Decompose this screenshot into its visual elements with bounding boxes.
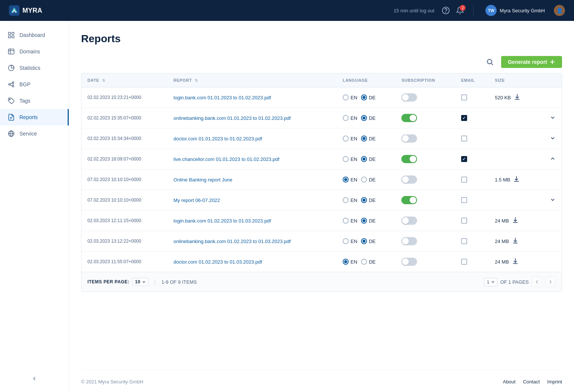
- report-link[interactable]: doctor.com 01.01.2023 to 01.02.2023.pdf: [173, 136, 262, 141]
- email-checkbox[interactable]: [461, 259, 467, 265]
- expand-button[interactable]: [550, 136, 556, 142]
- report-link[interactable]: login.bank.com 01.01.2023 to 01.02.2023.…: [173, 95, 271, 100]
- radio-circle-de: [361, 156, 367, 162]
- download-button[interactable]: [513, 175, 520, 184]
- sidebar-collapse-button[interactable]: [0, 371, 69, 386]
- subscription-toggle[interactable]: [401, 175, 417, 184]
- email-checkbox[interactable]: [461, 94, 467, 100]
- sidebar-item-statistics[interactable]: Statistics: [0, 60, 69, 76]
- email-checkbox[interactable]: [461, 156, 467, 162]
- radio-en[interactable]: EN: [343, 94, 357, 100]
- col-report[interactable]: REPORT ⇅: [167, 74, 337, 87]
- subscription-toggle[interactable]: [401, 196, 417, 204]
- cell-report: onlinebanking.bank.com 01.02.2023 to 01.…: [167, 231, 337, 252]
- size-value: 24 MB: [495, 218, 509, 224]
- notifications-button[interactable]: 2: [456, 6, 464, 15]
- email-checkbox[interactable]: [461, 238, 467, 244]
- user-photo-avatar[interactable]: 👤: [554, 5, 565, 16]
- report-link[interactable]: doctor.com 01.02.2023 to 01.03.2023.pdf: [173, 259, 262, 265]
- report-link[interactable]: onlinebanking.bank.com 01.02.2023 to 01.…: [173, 239, 291, 244]
- email-checkbox[interactable]: [461, 136, 467, 141]
- subscription-toggle[interactable]: [401, 114, 417, 122]
- logo[interactable]: MYRA: [9, 5, 42, 16]
- report-link[interactable]: live.chancellor.com 01.01.2023 to 01.02.…: [173, 156, 279, 162]
- cell-email: [455, 149, 489, 169]
- expand-button[interactable]: [550, 198, 556, 204]
- email-checkbox[interactable]: [461, 197, 467, 203]
- subscription-toggle[interactable]: [401, 134, 417, 143]
- report-link[interactable]: login.bank.com 01.02.2023 to 01.03.2023.…: [173, 218, 271, 224]
- sidebar-label-tags: Tags: [19, 98, 31, 104]
- page-prev-button[interactable]: [532, 277, 542, 287]
- per-page-selector[interactable]: 10: [132, 278, 148, 286]
- radio-circle-de: [361, 136, 367, 141]
- table-row: 02.02.2023 18:09:07+0000live.chancellor.…: [81, 149, 562, 169]
- email-checkbox[interactable]: [461, 177, 467, 183]
- report-link[interactable]: My report 06-07.2022: [173, 197, 220, 203]
- expand-button[interactable]: [550, 116, 556, 122]
- download-button[interactable]: [512, 258, 519, 266]
- page-selector[interactable]: 1: [484, 278, 497, 286]
- cell-action: [538, 108, 562, 128]
- radio-en[interactable]: EN: [343, 177, 357, 183]
- email-checkbox[interactable]: [461, 115, 467, 121]
- radio-en[interactable]: EN: [343, 259, 357, 265]
- sidebar-label-service: Service: [19, 131, 37, 137]
- sort-report-icon: ⇅: [195, 78, 198, 83]
- cell-date: 02.03.2023 12:11:15+0000: [81, 211, 167, 231]
- radio-de[interactable]: DE: [361, 218, 376, 224]
- generate-report-button[interactable]: Generate report: [501, 56, 562, 68]
- search-button[interactable]: [483, 55, 497, 69]
- cell-action: [538, 149, 562, 169]
- radio-de[interactable]: DE: [361, 156, 376, 162]
- cell-size: 24 MB: [489, 231, 538, 251]
- sidebar-label-domains: Domains: [19, 49, 40, 55]
- download-button[interactable]: [512, 217, 519, 225]
- help-button[interactable]: [442, 6, 450, 15]
- subscription-toggle[interactable]: [401, 155, 417, 163]
- subscription-toggle[interactable]: [401, 237, 417, 245]
- radio-de[interactable]: DE: [361, 197, 376, 203]
- report-link[interactable]: Online Banking report June: [173, 177, 232, 183]
- cell-date: 07.02.2023 10:10:10+0000: [81, 169, 167, 190]
- radio-de[interactable]: DE: [361, 259, 376, 265]
- user-menu[interactable]: TW Myra Security GmbH: [482, 3, 548, 18]
- footer-contact[interactable]: Contact: [523, 379, 540, 385]
- radio-de[interactable]: DE: [361, 238, 376, 244]
- radio-en[interactable]: EN: [343, 218, 357, 224]
- radio-de[interactable]: DE: [361, 177, 376, 183]
- toggle-knob: [402, 176, 409, 183]
- cell-email: [455, 190, 489, 211]
- radio-de[interactable]: DE: [361, 115, 376, 121]
- email-checkbox[interactable]: [461, 218, 467, 224]
- subscription-toggle[interactable]: [401, 258, 417, 266]
- collapse-button[interactable]: [550, 157, 556, 163]
- sidebar-item-service[interactable]: Service: [0, 125, 69, 142]
- sidebar-item-bgp[interactable]: BGP: [0, 76, 69, 93]
- sidebar-item-domains[interactable]: Domains: [0, 43, 69, 60]
- svg-point-13: [12, 85, 14, 87]
- col-actions: [538, 74, 562, 87]
- sidebar-item-reports[interactable]: Reports: [0, 109, 69, 125]
- sidebar-item-tags[interactable]: Tags: [0, 93, 69, 109]
- col-date[interactable]: DATE ⇅: [81, 74, 167, 87]
- radio-de[interactable]: DE: [361, 136, 376, 141]
- radio-en[interactable]: EN: [343, 136, 357, 141]
- subscription-toggle[interactable]: [401, 217, 417, 225]
- page-next-button[interactable]: [545, 277, 556, 287]
- subscription-toggle[interactable]: [401, 93, 417, 102]
- radio-en[interactable]: EN: [343, 197, 357, 203]
- report-link[interactable]: onlinebanking.bank.com 01.01.2023 to 01.…: [173, 115, 291, 121]
- radio-de[interactable]: DE: [361, 94, 376, 100]
- sidebar-item-dashboard[interactable]: Dashboard: [0, 27, 69, 43]
- cell-size: 520 KB: [489, 87, 538, 108]
- radio-en[interactable]: EN: [343, 238, 357, 244]
- radio-en[interactable]: EN: [343, 115, 357, 121]
- footer-about[interactable]: About: [503, 379, 515, 385]
- download-button[interactable]: [514, 93, 521, 102]
- radio-en[interactable]: EN: [343, 156, 357, 162]
- footer-imprint[interactable]: Imprint: [547, 379, 562, 385]
- user-initials-avatar: TW: [485, 5, 497, 16]
- download-button[interactable]: [512, 237, 519, 245]
- cell-subscription: [395, 252, 455, 272]
